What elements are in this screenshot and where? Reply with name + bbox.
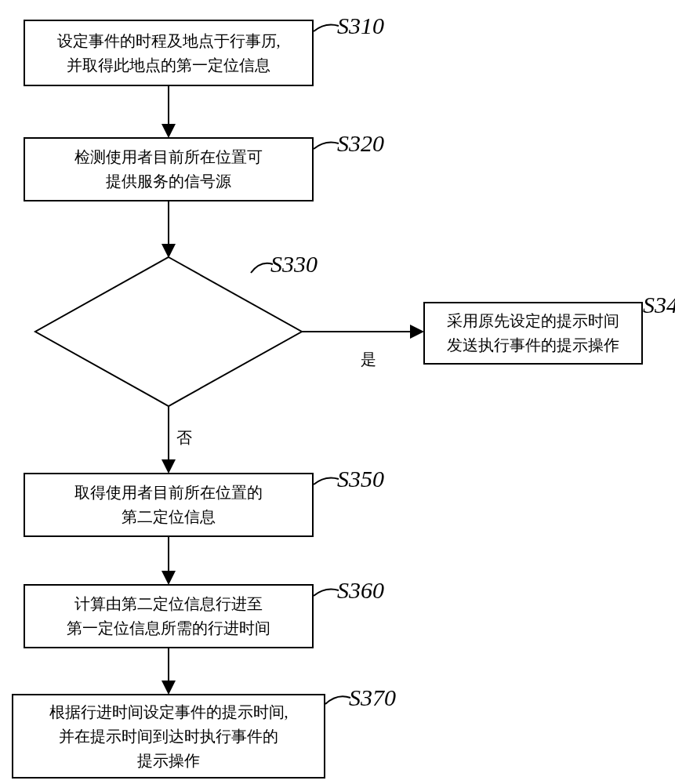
node-s370-text: 根据行进时间设定事件的提示时间, 并在提示时间到达时执行事件的 提示操作 — [49, 700, 289, 773]
node-s350-text: 取得使用者目前所在位置的 第二定位信息 — [74, 481, 263, 529]
label-s340: S340 — [643, 292, 675, 318]
label-s370: S370 — [349, 684, 396, 711]
node-s320-text: 检测使用者目前所在位置可 提供服务的信号源 — [74, 145, 263, 194]
node-s360: 计算由第二定位信息行进至 第一定位信息所需的行进时间 — [24, 584, 314, 648]
flowchart-canvas: 设定事件的时程及地点于行事历, 并取得此地点的第一定位信息 S310 检测使用者… — [0, 0, 675, 784]
edge-no-label: 否 — [176, 427, 192, 448]
node-s340: 采用原先设定的提示时间 发送执行事件的提示操作 — [423, 302, 643, 365]
edge-yes-label: 是 — [361, 349, 376, 370]
node-s320: 检测使用者目前所在位置可 提供服务的信号源 — [24, 137, 314, 201]
node-s360-text: 计算由第二定位信息行进至 第一定位信息所需的行进时间 — [67, 592, 270, 641]
node-s310: 设定事件的时程及地点于行事历, 并取得此地点的第一定位信息 — [24, 20, 314, 86]
node-s340-text: 采用原先设定的提示时间 发送执行事件的提示操作 — [447, 309, 619, 358]
label-s320: S320 — [337, 130, 384, 157]
node-s330-text: 判断目前 所在位置是否在事件 地点提供服务的信号源的 信号范围内？ — [87, 285, 251, 378]
node-s330: 判断目前 所在位置是否在事件 地点提供服务的信号源的 信号范围内？ — [47, 257, 290, 406]
node-s350: 取得使用者目前所在位置的 第二定位信息 — [24, 473, 314, 537]
node-s370: 根据行进时间设定事件的提示时间, 并在提示时间到达时执行事件的 提示操作 — [12, 694, 325, 779]
label-s350: S350 — [337, 466, 384, 492]
label-s330: S330 — [270, 251, 318, 278]
node-s310-text: 设定事件的时程及地点于行事历, 并取得此地点的第一定位信息 — [57, 29, 281, 78]
label-s360: S360 — [337, 577, 384, 604]
label-s310: S310 — [337, 13, 384, 39]
